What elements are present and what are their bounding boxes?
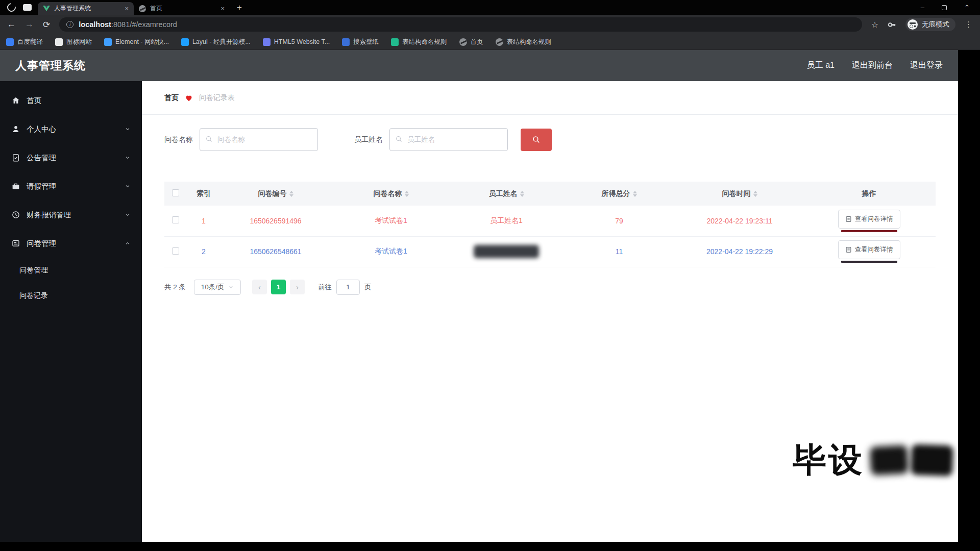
breadcrumb: 首页 问卷记录表	[142, 81, 958, 115]
bookmark-item[interactable]: Element - 网站快...	[104, 38, 169, 46]
bookmark-item[interactable]: 表结构命名规则	[496, 38, 552, 46]
goto-page-input[interactable]	[336, 280, 360, 295]
column-header-score[interactable]: 所得总分	[602, 189, 637, 198]
close-tab-icon[interactable]: ×	[125, 5, 129, 12]
sidebar-item-announcement-management[interactable]: 公告管理	[0, 143, 142, 172]
watermark-text: 毕设	[793, 437, 864, 483]
new-tab-button[interactable]: +	[237, 3, 242, 13]
cell-exam-name: 考试试卷1	[331, 206, 451, 236]
search-form: 问卷名称 员工姓名	[164, 128, 936, 151]
bookmark-item[interactable]: 图标网站	[55, 38, 92, 46]
chevron-up-icon[interactable]: ⌃	[964, 4, 970, 11]
sort-icon[interactable]	[289, 191, 293, 197]
exam-name-input[interactable]	[200, 128, 318, 151]
url-text[interactable]: localhost:8081/#/examrecord	[79, 20, 177, 29]
bookmark-item[interactable]: Layui - 经典开源模...	[181, 38, 251, 46]
globe-favicon-icon	[139, 5, 146, 12]
cell-index: 1	[187, 206, 220, 236]
browser-tab-inactive[interactable]: 首页 ×	[134, 2, 230, 15]
column-header-exam-no[interactable]: 问卷编号	[258, 189, 293, 198]
chevron-down-icon	[125, 212, 131, 218]
column-header-time[interactable]: 问卷时间	[722, 189, 757, 198]
browser-logo-icon	[6, 2, 18, 14]
cell-employee: 员工姓名1	[451, 206, 561, 236]
forward-button[interactable]: →	[25, 19, 34, 30]
column-header-action: 操作	[862, 189, 876, 198]
row-checkbox[interactable]	[172, 247, 179, 255]
browser-tab-strip: 人事管理系统 × 首页 × + – ⌃	[0, 0, 980, 15]
bookmark-item[interactable]: 首页	[459, 38, 483, 46]
redacted-employee-name	[474, 245, 539, 258]
cell-score: 11	[561, 236, 677, 267]
reload-button[interactable]: ⟳	[43, 19, 50, 30]
browser-toolbar: ← → ⟳ i localhost:8081/#/examrecord ☆ 无痕…	[0, 15, 980, 34]
column-header-employee[interactable]: 员工姓名	[489, 189, 524, 198]
bookmark-item[interactable]: HTML5 Website T...	[263, 38, 330, 46]
employee-name-label: 员工姓名	[354, 135, 383, 144]
bookmark-item[interactable]: 搜索壁纸	[342, 38, 379, 46]
employee-name-input[interactable]	[389, 128, 508, 151]
address-bar[interactable]: i localhost:8081/#/examrecord	[59, 17, 862, 32]
minimize-button[interactable]: –	[921, 4, 924, 11]
home-icon	[11, 96, 20, 105]
sidebar-subitem-questionnaire-records[interactable]: 问卷记录	[0, 283, 142, 309]
exit-to-front-link[interactable]: 退出到前台	[852, 60, 893, 71]
goto-unit: 页	[364, 283, 372, 292]
sidebar-item-finance-reimbursement[interactable]: 财务报销管理	[0, 201, 142, 229]
tab-title: 人事管理系统	[54, 4, 91, 13]
sidebar-item-home[interactable]: 首页	[0, 86, 142, 115]
browser-menu-icon[interactable]: ⋮	[965, 20, 973, 29]
breadcrumb-home-link[interactable]: 首页	[164, 93, 179, 103]
sidebar-item-questionnaire-management[interactable]: 问卷管理	[0, 229, 142, 258]
blurred-watermark-glyph	[911, 444, 953, 477]
key-icon[interactable]	[888, 20, 896, 29]
view-detail-button[interactable]: 查看问卷详情	[838, 210, 900, 229]
close-tab-icon[interactable]: ×	[220, 5, 225, 12]
total-count: 共 2 条	[164, 283, 186, 292]
cell-time: 2022-04-22 19:23:11	[677, 206, 802, 236]
cell-exam-no: 1650626591496	[220, 206, 331, 236]
prev-page-button[interactable]: ‹	[252, 280, 267, 294]
incognito-badge[interactable]: 无痕模式	[905, 18, 955, 31]
clipboard-icon	[11, 153, 20, 162]
tab-title: 首页	[150, 4, 162, 13]
redaction-underline	[841, 230, 897, 232]
url-host: localhost	[79, 20, 111, 29]
select-all-checkbox[interactable]	[172, 189, 179, 196]
sort-icon[interactable]	[405, 191, 409, 197]
chevron-down-icon	[125, 183, 131, 189]
restore-button[interactable]	[942, 5, 947, 10]
browser-tab-active[interactable]: 人事管理系统 ×	[38, 2, 134, 15]
sort-icon[interactable]	[633, 191, 637, 197]
sort-icon[interactable]	[520, 191, 524, 197]
cell-index: 2	[187, 236, 220, 267]
site-info-icon[interactable]: i	[66, 21, 74, 28]
watermark: 毕设	[793, 437, 953, 483]
incognito-icon	[908, 19, 918, 30]
column-header-exam-name[interactable]: 问卷名称	[374, 189, 409, 198]
cell-exam-name: 考试试卷1	[331, 236, 451, 267]
sidebar-item-leave-management[interactable]: 请假管理	[0, 172, 142, 201]
pagination: 共 2 条 10条/页 ‹ 1 › 前往 页	[164, 280, 936, 295]
logout-link[interactable]: 退出登录	[910, 60, 943, 71]
breadcrumb-current: 问卷记录表	[199, 93, 235, 103]
sort-icon[interactable]	[753, 191, 757, 197]
bookmark-favicon-icon	[263, 38, 271, 46]
back-button[interactable]: ←	[7, 19, 16, 30]
bookmark-star-icon[interactable]: ☆	[871, 20, 878, 30]
current-user[interactable]: 员工 a1	[807, 60, 835, 71]
redaction-underline	[841, 261, 897, 263]
sidebar-subitem-questionnaire-management[interactable]: 问卷管理	[0, 258, 142, 283]
page-number-button[interactable]: 1	[271, 280, 286, 294]
search-button[interactable]	[521, 129, 552, 151]
bookmark-favicon-icon	[55, 38, 63, 46]
view-detail-button[interactable]: 查看问卷详情	[838, 240, 900, 259]
page-size-select[interactable]: 10条/页	[194, 280, 241, 295]
next-page-button[interactable]: ›	[290, 280, 305, 294]
sidebar-item-personal-center[interactable]: 个人中心	[0, 115, 142, 143]
app-header: 人事管理系统 员工 a1 退出到前台 退出登录	[0, 50, 958, 81]
row-checkbox[interactable]	[172, 216, 179, 223]
bookmark-item[interactable]: 百度翻译	[6, 38, 43, 46]
search-icon	[532, 135, 541, 144]
bookmark-item[interactable]: 表结构命名规则	[391, 38, 447, 46]
